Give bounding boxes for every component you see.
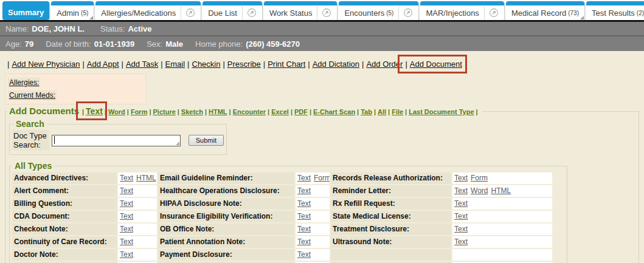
- action-link-add-document[interactable]: Add Document: [410, 60, 462, 69]
- link-separator: |: [82, 60, 84, 69]
- format-link-text[interactable]: Text: [120, 237, 133, 246]
- format-link-text[interactable]: Text: [454, 212, 468, 220]
- format-link-text[interactable]: Text: [297, 186, 311, 195]
- format-link-text[interactable]: Text: [120, 199, 133, 208]
- format-link-html[interactable]: HTML: [491, 186, 511, 195]
- format-link-text[interactable]: Text: [297, 225, 311, 233]
- tab-divider: [317, 6, 317, 19]
- format-link-text[interactable]: Text: [297, 199, 311, 208]
- action-link-email[interactable]: Email: [165, 60, 185, 69]
- action-link-add-dictation[interactable]: Add Dictation: [313, 60, 359, 69]
- doc-type-label: Alert Comment:: [12, 185, 117, 197]
- tab-accent-strip: [506, 1, 584, 5]
- phone-label: Home phone:: [195, 39, 243, 49]
- format-link-text[interactable]: Text: [297, 212, 311, 220]
- search-panel: Search Doc Type Search: Submit: [9, 119, 227, 155]
- doc-type-label: Checkout Note:: [12, 224, 117, 235]
- popout-window-icon[interactable]: [403, 8, 413, 18]
- doc-link-tab[interactable]: Tab: [361, 108, 372, 115]
- doc-link-html[interactable]: HTML: [209, 108, 227, 115]
- doc-type-format-links: Text: [452, 211, 552, 222]
- tab-label: Test Results: [592, 9, 635, 18]
- action-link-add-task[interactable]: Add Task: [126, 60, 158, 69]
- doc-link-form[interactable]: Form: [131, 108, 148, 115]
- doc-type-format-links: Text: [296, 185, 330, 197]
- doc-link-sketch[interactable]: Sketch: [181, 108, 203, 115]
- doc-type-format-links: Text: [452, 236, 552, 248]
- format-link-text[interactable]: Text: [120, 186, 133, 195]
- format-link-text[interactable]: Text: [120, 225, 133, 233]
- doc-type-format-links: Text: [296, 198, 330, 210]
- tab-work-status[interactable]: Work Status: [264, 1, 338, 20]
- format-link-text[interactable]: Text: [120, 212, 133, 220]
- tab-allergies-medications[interactable]: Allergies/Medications: [95, 1, 201, 20]
- action-link-add-order[interactable]: Add Order: [366, 60, 403, 69]
- tab-divider: [398, 6, 399, 19]
- link-separator: |: [229, 108, 231, 115]
- doc-link-encounter[interactable]: Encounter: [233, 108, 266, 115]
- action-link-add-appt[interactable]: Add Appt: [87, 60, 119, 69]
- doc-link-e-chart-scan[interactable]: E-Chart Scan: [313, 108, 355, 115]
- doc-link-file[interactable]: File: [392, 108, 403, 115]
- tab-accent-strip: [203, 1, 262, 5]
- doc-type-format-links: [452, 249, 552, 261]
- doc-type-label: State Medical License:: [331, 211, 451, 222]
- tab-summary[interactable]: Summary: [2, 1, 49, 20]
- format-link-text[interactable]: Text: [297, 174, 311, 182]
- tab-label: Allergies/Medications: [101, 9, 176, 18]
- doc-link-picture[interactable]: Picture: [153, 108, 175, 115]
- submit-button[interactable]: Submit: [189, 135, 224, 146]
- doc-type-label: Doctor Note:: [12, 249, 117, 261]
- action-link-prescribe[interactable]: Prescribe: [227, 60, 261, 69]
- doc-type-label: Advanced Directives:: [12, 172, 117, 184]
- doc-link-pdf[interactable]: PDF: [294, 108, 308, 115]
- tab-accent-strip: [339, 1, 418, 5]
- format-link-word[interactable]: Word: [471, 186, 488, 195]
- format-link-text[interactable]: Text: [120, 174, 133, 182]
- format-link-text[interactable]: Text: [454, 237, 468, 246]
- doc-type-search-input[interactable]: [52, 135, 181, 146]
- tab-mar-injections[interactable]: MAR/Injections: [420, 1, 504, 20]
- format-link-form[interactable]: Form: [314, 174, 330, 182]
- tab-due-list[interactable]: Due List: [203, 1, 262, 20]
- link-separator: |: [205, 108, 207, 115]
- doc-link-all[interactable]: All: [378, 108, 386, 115]
- doc-type-format-links: Text: [296, 236, 330, 248]
- doc-link-last-document-type[interactable]: Last Document Type: [409, 108, 474, 115]
- action-link-add-new-physician[interactable]: Add New Physician: [12, 60, 80, 69]
- tab-label: MAR/Injections: [426, 9, 479, 18]
- action-link-print-chart[interactable]: Print Chart: [268, 60, 305, 69]
- format-link-text[interactable]: Text: [454, 225, 468, 233]
- format-link-text[interactable]: Text: [454, 186, 468, 195]
- status-label: Status:: [100, 24, 125, 33]
- link-separator: |: [82, 108, 84, 115]
- format-link-html[interactable]: HTML: [136, 174, 156, 182]
- format-link-text[interactable]: Text: [454, 199, 468, 208]
- format-link-text[interactable]: Text: [454, 174, 468, 182]
- add-documents-section: Add Documents|Text|Word|Form|Picture|Ske…: [5, 106, 639, 263]
- tab-test-results[interactable]: Test Results(2): [586, 1, 644, 20]
- popout-window-icon[interactable]: [247, 8, 257, 18]
- tab-encounters[interactable]: Encounters(5): [339, 1, 418, 20]
- tab-admin[interactable]: Admin(5): [51, 1, 94, 20]
- format-link-text[interactable]: Text: [297, 250, 311, 259]
- popout-window-icon[interactable]: [185, 8, 195, 18]
- tab-medical-record[interactable]: Medical Record(73): [506, 1, 584, 20]
- doc-type-search-label: Doc Type Search:: [12, 130, 49, 151]
- format-link-text[interactable]: Text: [120, 250, 133, 259]
- format-link-text[interactable]: Text: [297, 237, 311, 246]
- doc-link-text[interactable]: Text: [86, 106, 103, 116]
- doc-type-label: Rx Refill Request:: [331, 198, 451, 210]
- doc-link-excel[interactable]: Excel: [271, 108, 289, 115]
- current-meds-link[interactable]: Current Meds:: [8, 91, 57, 100]
- format-link-form[interactable]: Form: [471, 174, 488, 182]
- doc-type-format-links: Text: [452, 198, 552, 210]
- doc-link-word[interactable]: Word: [108, 108, 125, 115]
- resize-grip-icon[interactable]: [176, 142, 179, 145]
- tab-label: Admin: [57, 9, 79, 18]
- action-link-checkin[interactable]: Checkin: [192, 60, 221, 69]
- popout-window-icon[interactable]: [322, 8, 331, 18]
- popout-window-icon[interactable]: [489, 8, 499, 18]
- allergies-link[interactable]: Allergies:: [8, 78, 40, 87]
- allergies-meds-box: Allergies: Current Meds:: [5, 73, 147, 104]
